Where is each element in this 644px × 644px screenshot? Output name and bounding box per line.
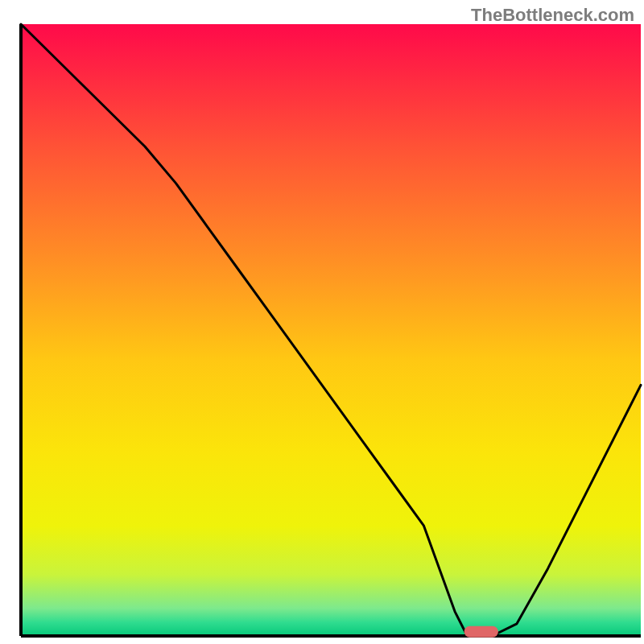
optimal-marker xyxy=(464,626,498,638)
watermark-label: TheBottleneck.com xyxy=(471,5,634,26)
chart-svg xyxy=(0,0,644,644)
bottleneck-chart: TheBottleneck.com xyxy=(0,0,644,644)
